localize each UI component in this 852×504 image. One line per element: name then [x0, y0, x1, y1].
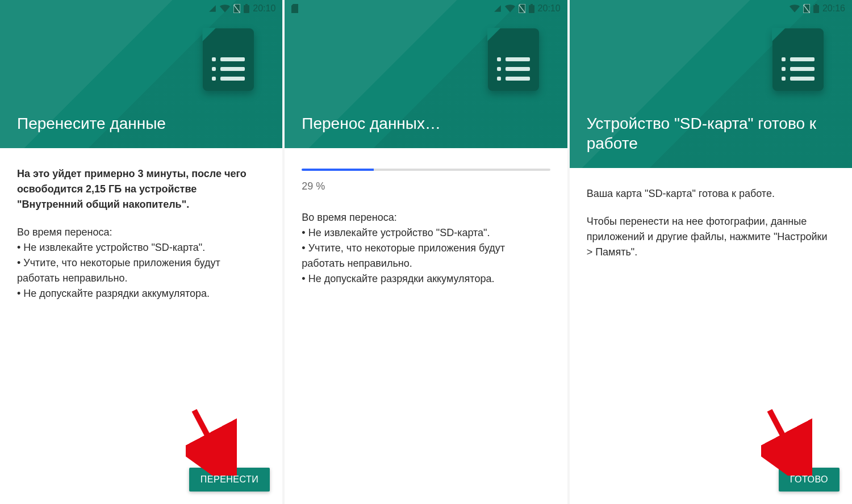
progress-label: 29 %	[302, 179, 550, 194]
svg-rect-0	[244, 5, 249, 13]
header: Устройство "SD-карта" готово к работе	[570, 0, 852, 168]
bullet: • Не допускайте разрядки аккумулятора.	[302, 271, 550, 287]
wifi-icon	[220, 5, 230, 12]
battery-icon	[244, 4, 249, 13]
subhead: Во время переноса:	[302, 210, 550, 225]
progress-fill	[302, 169, 374, 171]
svg-rect-4	[813, 5, 819, 13]
svg-rect-3	[531, 4, 533, 5]
subhead: Во время переноса:	[17, 225, 265, 240]
signal-icon	[208, 5, 216, 12]
battery-icon	[529, 4, 534, 13]
svg-rect-2	[529, 5, 534, 13]
status-time: 20:10	[253, 3, 275, 14]
nosim-icon	[803, 4, 810, 13]
wifi-icon	[790, 5, 800, 12]
sd-small-icon	[291, 4, 298, 13]
bullet: • Учтите, что некоторые приложения будут…	[17, 255, 265, 286]
sd-card-icon	[488, 28, 539, 91]
svg-rect-1	[245, 4, 248, 5]
sd-card-icon	[203, 28, 254, 91]
done-button[interactable]: ГОТОВО	[779, 468, 840, 492]
paragraph: Ваша карта "SD-карта" готова к работе.	[587, 186, 835, 201]
bullet: • Учтите, что некоторые приложения будут…	[302, 241, 550, 271]
content: 29 % Во время переноса: • Не извлекайте …	[285, 148, 567, 504]
sd-card-icon	[772, 28, 824, 91]
page-title: Перенесите данные	[0, 102, 282, 148]
transfer-button[interactable]: ПЕРЕНЕСТИ	[189, 468, 270, 492]
nosim-icon	[519, 4, 525, 13]
svg-rect-5	[815, 4, 817, 5]
status-bar: 20:10	[285, 0, 567, 17]
content: Ваша карта "SD-карта" готова к работе. Ч…	[570, 168, 852, 468]
status-bar: 20:10	[0, 0, 282, 17]
paragraph: Чтобы перенести на нее фотографии, данны…	[587, 214, 835, 260]
screen-transfer-progress: 20:10 Перенос данных… 29 % Во время пере…	[285, 0, 567, 504]
status-bar: 20:16	[570, 0, 852, 17]
nosim-icon	[233, 4, 240, 13]
content: На это уйдет примерно 3 минуты, после че…	[0, 148, 282, 468]
page-title: Перенос данных…	[285, 102, 567, 148]
page-title: Устройство "SD-карта" готово к работе	[570, 102, 852, 168]
bullet: • Не извлекайте устройство "SD-карта".	[302, 225, 550, 241]
wifi-icon	[505, 5, 515, 12]
status-time: 20:10	[538, 3, 561, 14]
lead-text: На это уйдет примерно 3 минуты, после че…	[17, 166, 265, 212]
status-time: 20:16	[822, 3, 845, 14]
bullet: • Не допускайте разрядки аккумулятора.	[17, 286, 265, 301]
battery-icon	[813, 4, 819, 13]
screen-transfer-prompt: 20:10 Перенесите данные На это уйдет при…	[0, 0, 282, 504]
header: Перенос данных…	[285, 0, 567, 148]
progress-bar	[302, 169, 550, 171]
header: Перенесите данные	[0, 0, 282, 148]
bullet: • Не извлекайте устройство "SD-карта".	[17, 240, 265, 255]
signal-icon	[494, 5, 502, 12]
screen-transfer-done: 20:16 Устройство "SD-карта" готово к раб…	[570, 0, 852, 504]
